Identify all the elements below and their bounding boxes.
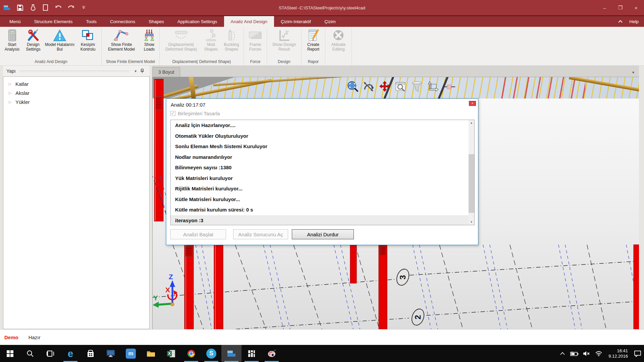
start-analysis-dialog-button: Analizi Başlat — [170, 229, 226, 239]
y-axis-label: Y — [153, 294, 158, 302]
tab-tools[interactable]: Tools — [79, 16, 104, 27]
start-analysis-button[interactable]: Start Analysis — [2, 27, 22, 52]
pin-icon[interactable] — [139, 69, 146, 74]
redo-icon[interactable] — [67, 4, 75, 12]
scrollbar-up-icon[interactable]: ▲ — [469, 120, 474, 126]
log-message-selected[interactable]: iterasyon :3 — [171, 215, 469, 226]
log-message[interactable]: Otomatik Yükler Oluşturuluyor — [171, 131, 469, 141]
tools-icon — [27, 28, 40, 43]
pen-icon[interactable] — [29, 4, 37, 12]
zoom-extents-icon[interactable] — [345, 80, 360, 94]
log-message[interactable]: Yük Matrisleri kuruluyor — [171, 173, 469, 184]
edge-button[interactable]: e — [60, 345, 80, 362]
restore-button[interactable]: ❐ — [612, 0, 628, 15]
tiles-app-button[interactable] — [241, 345, 262, 362]
chevron-down-icon[interactable]: ▾ — [132, 69, 139, 73]
taskbar-clock[interactable]: 16:41 9.12.2016 — [606, 348, 630, 359]
scrollbar-thumb[interactable] — [469, 154, 474, 213]
task-view-button[interactable] — [40, 345, 60, 362]
taskbar-search-button[interactable] — [20, 345, 40, 362]
tree-item-katlar[interactable]: ▷Katlar — [3, 79, 149, 88]
tab-menu[interactable]: Menü — [3, 16, 28, 27]
find-model-errors-button[interactable]: Model Hatalarını Bul — [44, 27, 75, 52]
log-message[interactable]: Kütle Matrisleri kuruluyor... — [171, 194, 469, 205]
log-message[interactable]: Rijitlik Matrisleri kuruluyor... — [171, 183, 469, 194]
pan-icon[interactable] — [378, 80, 392, 94]
collapse-ribbon-chevron-icon[interactable] — [618, 19, 623, 24]
x-axis-label: X — [165, 286, 170, 294]
start-button[interactable] — [0, 345, 20, 362]
help-link[interactable]: Help — [629, 19, 639, 24]
design-settings-button[interactable]: Design Settings — [23, 27, 44, 52]
new-document-icon[interactable] — [42, 4, 50, 12]
tab-connections[interactable]: Connections — [103, 16, 142, 27]
lenovo-button[interactable] — [101, 345, 121, 362]
store-button[interactable] — [80, 345, 101, 362]
expander-icon[interactable]: ▷ — [9, 100, 15, 104]
viewport: 3 Boyut ▾ — [152, 66, 639, 329]
close-button[interactable]: × — [628, 0, 644, 15]
skype-button[interactable]: S — [201, 345, 221, 362]
ribbon-group-label: Design — [268, 59, 300, 65]
ribbon-tab-bar: Menü Structure Elements Tools Connection… — [0, 15, 644, 27]
view-tab-3-boyut[interactable]: 3 Boyut — [152, 67, 180, 77]
tab-cizim-interaktif[interactable]: Çizim-Interaktif — [274, 16, 318, 27]
wifi-icon[interactable] — [594, 351, 603, 356]
customize-caret-icon[interactable] — [80, 4, 88, 12]
tab-cizim[interactable]: Çizim — [318, 16, 342, 27]
deformed-shape-icon — [174, 28, 189, 43]
log-message[interactable]: Kütle matrisi kurulum süresi: 0 s — [171, 204, 469, 215]
save-icon[interactable] — [16, 4, 24, 12]
tree-item-akslar[interactable]: ▷Akslar — [3, 88, 149, 98]
section-icon[interactable] — [442, 80, 456, 94]
mail-button[interactable]: m — [121, 345, 141, 362]
tab-analiz-and-design[interactable]: Analiz And Design — [224, 16, 274, 27]
excel-button[interactable]: X — [161, 345, 181, 362]
view-tabs-dropdown-icon[interactable]: ▾ — [632, 70, 639, 77]
tab-shapes[interactable]: Shapes — [142, 16, 171, 27]
dialog-title: Analiz 00:17:07 — [171, 102, 205, 108]
log-message[interactable]: Analiz İçin Hazırlanıyor.... — [171, 120, 469, 131]
tab-structure-elements[interactable]: Structure Elements — [28, 16, 79, 27]
stasteel-taskbar-button[interactable] — [221, 345, 241, 362]
structure-panel-header: Yapı ▾ — [3, 66, 150, 76]
action-center-icon[interactable] — [633, 350, 642, 357]
tab-application-settings[interactable]: Application Settings — [171, 16, 224, 27]
log-message[interactable]: Sonlu Eleman Mesh Sistemi Kuruluyor — [171, 141, 469, 152]
expander-icon[interactable]: ▷ — [9, 91, 15, 95]
grid-bubble-3: 3 — [394, 267, 411, 287]
rotate-view-icon[interactable] — [362, 80, 376, 94]
intersection-control-button[interactable]: Kesişim Kontrolu — [76, 27, 100, 52]
minimize-button[interactable]: – — [597, 0, 612, 15]
list-scrollbar[interactable]: ▲ ▼ — [469, 120, 474, 225]
create-report-button[interactable]: Create Report — [303, 27, 324, 52]
log-message[interactable]: Nodlar numarandırılıyor — [171, 152, 469, 163]
show-finite-element-model-button[interactable]: Show Finite Element Model — [103, 27, 140, 52]
file-explorer-button[interactable] — [141, 345, 161, 362]
expander-icon[interactable]: ▷ — [9, 82, 15, 86]
dialog-close-icon[interactable]: × — [469, 101, 476, 106]
design-connections-checkbox[interactable]: ✓ Birleşimleri Tasarla — [170, 111, 220, 116]
chrome-button[interactable] — [181, 345, 201, 362]
skype-icon: S — [206, 349, 216, 359]
battery-icon[interactable] — [570, 351, 579, 356]
zoom-window-icon[interactable] — [394, 80, 408, 94]
ribbon: Start Analysis Design Settings Model Hat… — [0, 27, 644, 66]
filter-icon[interactable] — [410, 80, 424, 94]
show-loads-button[interactable]: Show Loads — [141, 27, 158, 52]
log-message[interactable]: Bilinmeyen sayısı :1380 — [171, 162, 469, 173]
grid-line-dashed — [173, 245, 606, 329]
structure-tree: ▷Katlar ▷Akslar ▷Yükler — [3, 76, 150, 329]
stop-analysis-button[interactable]: Analizi Durdur — [292, 229, 354, 239]
ucs-axes-icon[interactable] — [426, 80, 440, 94]
app-window: STASteel -C:\STASteelProjects\y\y.steel4… — [0, 0, 644, 362]
paint-button[interactable] — [262, 345, 282, 362]
frame-forces-button: Frame Forces — [245, 27, 265, 52]
scrollbar-down-icon[interactable]: ▼ — [469, 219, 474, 225]
volume-muted-icon[interactable] — [582, 351, 591, 356]
undo-icon[interactable] — [54, 4, 62, 12]
report-notepad-icon — [307, 28, 320, 43]
tree-item-yukler[interactable]: ▷Yükler — [3, 98, 149, 107]
app-logo-icon[interactable] — [3, 4, 11, 12]
chevron-up-icon[interactable] — [558, 352, 567, 355]
